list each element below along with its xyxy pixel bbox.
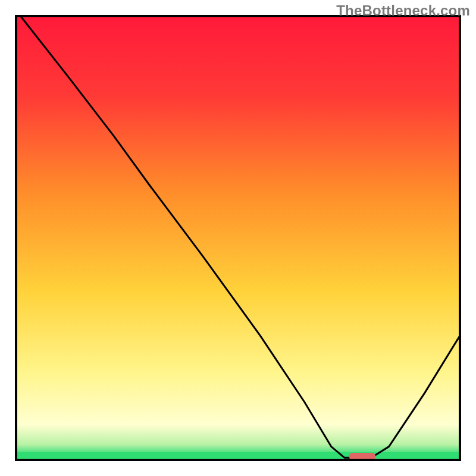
watermark-text: TheBottleneck.com [336, 2, 470, 19]
bottleneck-chart [0, 0, 476, 476]
gradient-background [16, 16, 460, 460]
plot-area [16, 16, 460, 460]
chart-frame: TheBottleneck.com [0, 0, 476, 476]
